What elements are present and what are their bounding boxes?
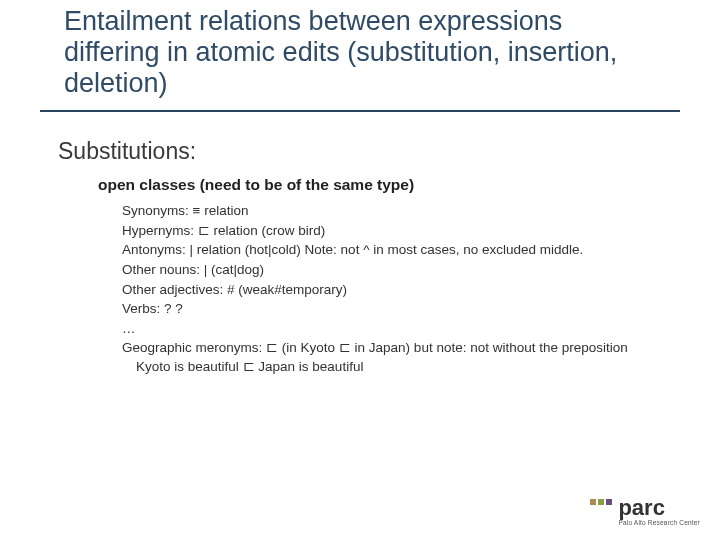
list-item: Other adjectives: # (weak#temporary)	[122, 281, 662, 300]
logo-mark-icon	[590, 497, 612, 505]
logo-subtitle: Palo Alto Research Center	[618, 520, 700, 527]
list-item: …	[122, 320, 662, 339]
list-item: Synonyms: ≡ relation	[122, 202, 662, 221]
list-item: Hypernyms: ⊏ relation (crow bird)	[122, 222, 662, 241]
list-item: Antonyms: | relation (hot|cold) Note: no…	[122, 241, 662, 260]
list-item: Geographic meronyms: ⊏ (in Kyoto ⊏ in Ja…	[122, 339, 662, 376]
parc-logo: parc Palo Alto Research Center	[590, 497, 700, 527]
bullet-list: Synonyms: ≡ relation Hypernyms: ⊏ relati…	[122, 202, 662, 378]
title-block: Entailment relations between expressions…	[64, 6, 664, 99]
list-item: Verbs: ? ?	[122, 300, 662, 319]
logo-text: parc Palo Alto Research Center	[618, 497, 700, 527]
subsection-heading: open classes (need to be of the same typ…	[98, 176, 414, 194]
title-underline	[40, 110, 680, 112]
slide: Entailment relations between expressions…	[0, 0, 720, 540]
slide-title: Entailment relations between expressions…	[64, 6, 664, 99]
section-heading: Substitutions:	[58, 138, 196, 165]
logo-word: parc	[618, 497, 700, 519]
list-item: Other nouns: | (cat|dog)	[122, 261, 662, 280]
